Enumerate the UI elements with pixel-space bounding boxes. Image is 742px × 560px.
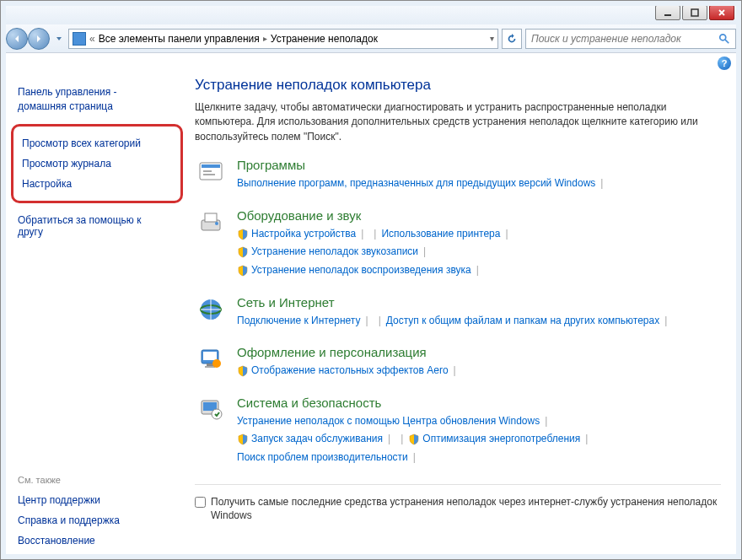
home-line1: Панель управления - xyxy=(18,86,117,98)
sidebar-link-action-center[interactable]: Центр поддержки xyxy=(18,490,176,510)
category: Система и безопасностьУстранение неполад… xyxy=(195,396,721,467)
sidebar-link-history[interactable]: Просмотр журнала xyxy=(22,153,172,174)
category-icon xyxy=(195,158,227,190)
link-separator: | xyxy=(664,312,667,331)
minimize-button[interactable] xyxy=(655,5,680,20)
svg-rect-4 xyxy=(202,164,220,168)
troubleshoot-link[interactable]: Отображение настольных эффектов Aero xyxy=(237,362,449,380)
link-text: Доступ к общим файлам и папкам на других… xyxy=(386,312,659,331)
category: Оформление и персонализацияОтображение н… xyxy=(195,345,721,380)
sidebar-link-settings[interactable]: Настройка xyxy=(22,174,172,194)
troubleshoot-link[interactable]: Настройка устройства xyxy=(237,225,356,244)
category-links: Подключение к Интернету||Доступ к общим … xyxy=(237,312,721,331)
breadcrumb-item-2[interactable]: Устранение неполадок xyxy=(271,33,378,45)
link-text: Отображение настольных эффектов Aero xyxy=(251,362,449,380)
troubleshoot-link[interactable]: Оптимизация энергопотребления xyxy=(408,430,580,449)
nav-arrows xyxy=(6,28,50,50)
search-input[interactable] xyxy=(531,33,715,45)
navbar: « Все элементы панели управления ▸ Устра… xyxy=(1,24,741,53)
link-text: Поиск проблем производительности xyxy=(237,449,408,467)
category: Сеть и ИнтернетПодключение к Интернету||… xyxy=(195,295,721,331)
online-updates-label: Получить самые последние средства устран… xyxy=(211,495,721,524)
category-title[interactable]: Оформление и персонализация xyxy=(237,345,721,359)
link-text: Устранение неполадок звукозаписи xyxy=(251,243,418,261)
refresh-button[interactable] xyxy=(502,29,522,49)
breadcrumb-item-1[interactable]: Все элементы панели управления xyxy=(99,33,260,45)
sidebar-link-help-support[interactable]: Справка и поддержка xyxy=(18,510,176,530)
category-icon xyxy=(195,345,227,377)
history-dropdown[interactable] xyxy=(53,30,65,48)
troubleshoot-link[interactable]: Устранение неполадок воспроизведения зву… xyxy=(237,261,471,280)
link-separator: | xyxy=(423,243,426,261)
svg-rect-1 xyxy=(691,9,698,16)
footer-checkbox-row: Получить самые последние средства устран… xyxy=(195,484,721,524)
svg-rect-15 xyxy=(205,366,215,368)
category-icon xyxy=(195,396,227,428)
troubleshoot-link[interactable]: Поиск проблем производительности xyxy=(237,449,408,467)
sidebar-link-all-categories[interactable]: Просмотр всех категорий xyxy=(22,133,172,153)
page-description: Щелкните задачу, чтобы автоматически диа… xyxy=(195,100,721,144)
contact-line2: другу xyxy=(18,226,43,238)
back-button[interactable] xyxy=(6,28,28,50)
link-text: Запуск задач обслуживания xyxy=(251,430,383,449)
link-text: Устранение неполадок с помощью Центра об… xyxy=(237,412,540,431)
troubleshoot-link[interactable]: Запуск задач обслуживания xyxy=(237,430,383,449)
svg-point-2 xyxy=(720,34,726,40)
troubleshoot-link[interactable]: Доступ к общим файлам и папкам на других… xyxy=(386,312,659,331)
svg-rect-14 xyxy=(207,363,213,366)
breadcrumb-dropdown-icon[interactable]: ▾ xyxy=(490,34,494,43)
link-separator: | xyxy=(585,430,588,449)
category-icon xyxy=(195,295,227,327)
link-text: Подключение к Интернету xyxy=(237,312,361,331)
category-links: Настройка устройства||Использование прин… xyxy=(237,225,721,280)
link-text: Устранение неполадок воспроизведения зву… xyxy=(251,261,471,280)
help-row: ? xyxy=(1,53,741,73)
control-panel-home-link[interactable]: Панель управления - домашняя страница xyxy=(18,85,176,114)
troubleshoot-link[interactable]: Подключение к Интернету xyxy=(237,312,361,331)
breadcrumb-sep-icon: ▸ xyxy=(263,34,267,43)
help-icon[interactable]: ? xyxy=(718,57,731,70)
category-body: Система и безопасностьУстранение неполад… xyxy=(237,396,721,467)
search-icon xyxy=(718,33,730,45)
online-updates-checkbox[interactable] xyxy=(195,497,206,508)
category-title[interactable]: Оборудование и звук xyxy=(237,208,721,223)
category-title[interactable]: Программы xyxy=(237,158,721,172)
link-separator: | xyxy=(379,312,381,331)
link-separator: | xyxy=(505,225,508,244)
link-separator: | xyxy=(401,430,403,449)
category-links: Устранение неполадок с помощью Центра об… xyxy=(237,412,721,467)
forward-button[interactable] xyxy=(28,28,50,50)
svg-point-16 xyxy=(212,359,221,368)
control-panel-icon xyxy=(73,32,86,46)
link-text: Настройка устройства xyxy=(251,225,356,244)
link-text: Выполнение программ, предназначенных для… xyxy=(237,175,595,193)
svg-rect-6 xyxy=(203,174,215,175)
sidebar: Панель управления - домашняя страница Пр… xyxy=(1,73,186,559)
close-button[interactable] xyxy=(709,5,734,20)
category-title[interactable]: Сеть и Интернет xyxy=(237,295,721,310)
troubleshoot-link[interactable]: Выполнение программ, предназначенных для… xyxy=(237,175,595,193)
maximize-button[interactable] xyxy=(682,5,707,20)
svg-rect-5 xyxy=(203,170,212,172)
category-icon xyxy=(195,208,227,240)
troubleshoot-link[interactable]: Устранение неполадок звукозаписи xyxy=(237,243,418,261)
highlighted-links-box: Просмотр всех категорий Просмотр журнала… xyxy=(11,124,183,203)
troubleshoot-link[interactable]: Использование принтера xyxy=(381,225,500,244)
link-separator: | xyxy=(366,312,368,331)
sidebar-link-contact-friend[interactable]: Обратиться за помощью к другу xyxy=(18,210,176,242)
see-also-label: См. также xyxy=(18,475,176,485)
svg-point-9 xyxy=(215,222,218,225)
contact-line1: Обратиться за помощью к xyxy=(18,214,141,226)
link-separator: | xyxy=(413,449,416,467)
link-separator: | xyxy=(388,430,390,449)
link-separator: | xyxy=(600,175,603,193)
category-title[interactable]: Система и безопасность xyxy=(237,396,721,410)
link-separator: | xyxy=(374,225,376,244)
category: ПрограммыВыполнение программ, предназнач… xyxy=(195,158,721,193)
svg-rect-13 xyxy=(203,352,217,360)
breadcrumb-back-chevron[interactable]: « xyxy=(89,33,95,45)
troubleshoot-link[interactable]: Устранение неполадок с помощью Центра об… xyxy=(237,412,540,431)
search-box[interactable] xyxy=(525,29,736,49)
category: Оборудование и звукНастройка устройства|… xyxy=(195,208,721,280)
sidebar-link-recovery[interactable]: Восстановление xyxy=(18,530,176,551)
